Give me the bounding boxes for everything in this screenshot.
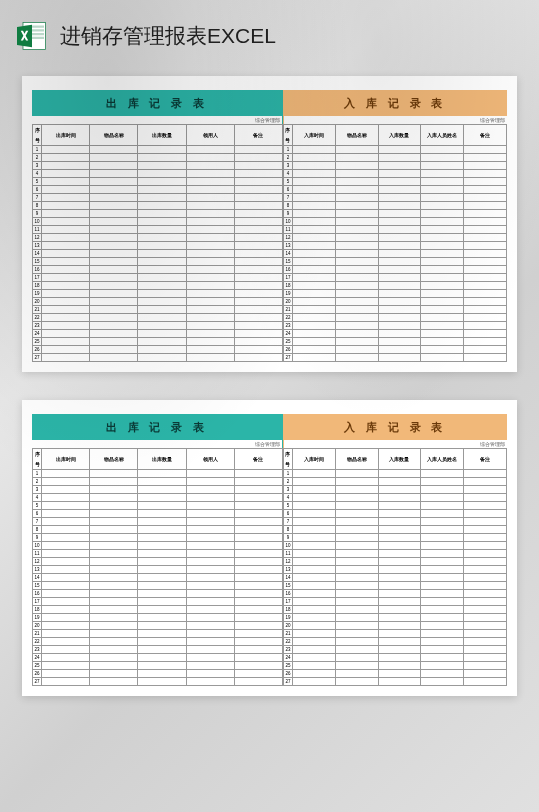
seq-cell: 20 — [283, 298, 292, 306]
cell — [421, 606, 464, 614]
cell — [138, 598, 186, 606]
cell — [186, 582, 234, 590]
cell — [378, 178, 421, 186]
table-row: 22 — [33, 314, 283, 322]
cell — [464, 202, 507, 210]
seq-cell: 2 — [283, 154, 292, 162]
cell — [378, 542, 421, 550]
seq-cell: 14 — [33, 574, 42, 582]
col-in-person: 入库人员姓名 — [421, 125, 464, 146]
seq-cell: 11 — [33, 550, 42, 558]
seq-cell: 7 — [33, 194, 42, 202]
cell — [90, 258, 138, 266]
table-row: 10 — [33, 218, 283, 226]
cell — [138, 226, 186, 234]
cell — [464, 218, 507, 226]
cell — [186, 322, 234, 330]
cell — [378, 322, 421, 330]
seq-cell: 14 — [283, 574, 292, 582]
cell — [335, 662, 378, 670]
cell — [335, 582, 378, 590]
cell — [186, 234, 234, 242]
cell — [138, 510, 186, 518]
cell — [335, 218, 378, 226]
cell — [138, 630, 186, 638]
cell — [186, 542, 234, 550]
cell — [421, 470, 464, 478]
cell — [234, 494, 282, 502]
table-row: 15 — [33, 582, 283, 590]
cell — [42, 662, 90, 670]
seq-cell: 20 — [283, 622, 292, 630]
seq-cell: 26 — [283, 670, 292, 678]
cell — [335, 606, 378, 614]
cell — [186, 566, 234, 574]
cell — [378, 330, 421, 338]
col-receiver: 领用人 — [186, 125, 234, 146]
seq-cell: 14 — [283, 250, 292, 258]
cell — [90, 518, 138, 526]
cell — [378, 282, 421, 290]
cell — [42, 654, 90, 662]
seq-cell: 11 — [33, 226, 42, 234]
cell — [186, 314, 234, 322]
cell — [378, 170, 421, 178]
outbound-header-row: 序号 出库时间 物品名称 出库数量 领用人 备注 — [33, 449, 283, 470]
cell — [292, 678, 335, 686]
cell — [335, 274, 378, 282]
cell — [234, 486, 282, 494]
cell — [378, 470, 421, 478]
cell — [90, 194, 138, 202]
cell — [186, 486, 234, 494]
outbound-table: 序号 出库时间 物品名称 出库数量 领用人 备注 123456789101112… — [32, 448, 283, 686]
table-row: 24 — [283, 330, 506, 338]
table-row: 25 — [33, 662, 283, 670]
table-row: 25 — [283, 338, 506, 346]
table-row: 18 — [33, 282, 283, 290]
cell — [335, 550, 378, 558]
seq-cell: 26 — [33, 670, 42, 678]
cell — [421, 662, 464, 670]
seq-cell: 8 — [33, 526, 42, 534]
cell — [234, 534, 282, 542]
cell — [234, 478, 282, 486]
cell — [186, 274, 234, 282]
seq-cell: 14 — [33, 250, 42, 258]
cell — [90, 242, 138, 250]
excel-icon — [14, 18, 50, 54]
cell — [42, 566, 90, 574]
cell — [90, 646, 138, 654]
cell — [42, 574, 90, 582]
table-row: 17 — [283, 598, 506, 606]
cell — [186, 614, 234, 622]
cell — [292, 614, 335, 622]
col-item-name: 物品名称 — [335, 125, 378, 146]
cell — [421, 298, 464, 306]
cell — [234, 290, 282, 298]
cell — [90, 162, 138, 170]
cell — [464, 338, 507, 346]
cell — [42, 226, 90, 234]
cell — [335, 258, 378, 266]
seq-cell: 17 — [33, 274, 42, 282]
cell — [90, 598, 138, 606]
cell — [42, 518, 90, 526]
cell — [335, 162, 378, 170]
cell — [464, 630, 507, 638]
seq-cell: 23 — [33, 322, 42, 330]
seq-cell: 9 — [33, 210, 42, 218]
table-row: 21 — [33, 306, 283, 314]
cell — [90, 306, 138, 314]
table-row: 8 — [283, 526, 506, 534]
seq-cell: 21 — [283, 630, 292, 638]
seq-cell: 23 — [33, 646, 42, 654]
outbound-table-block: 出 库 记 录 表 综合管理部 序号 出库时间 物品名称 出库数量 领用人 备注… — [32, 90, 283, 362]
cell — [42, 210, 90, 218]
cell — [464, 526, 507, 534]
page-header: 进销存管理报表EXCEL — [0, 0, 539, 68]
inbound-title: 入 库 记 录 表 — [284, 90, 507, 116]
cell — [292, 518, 335, 526]
table-row: 5 — [33, 178, 283, 186]
seq-cell: 5 — [283, 502, 292, 510]
cell — [42, 202, 90, 210]
